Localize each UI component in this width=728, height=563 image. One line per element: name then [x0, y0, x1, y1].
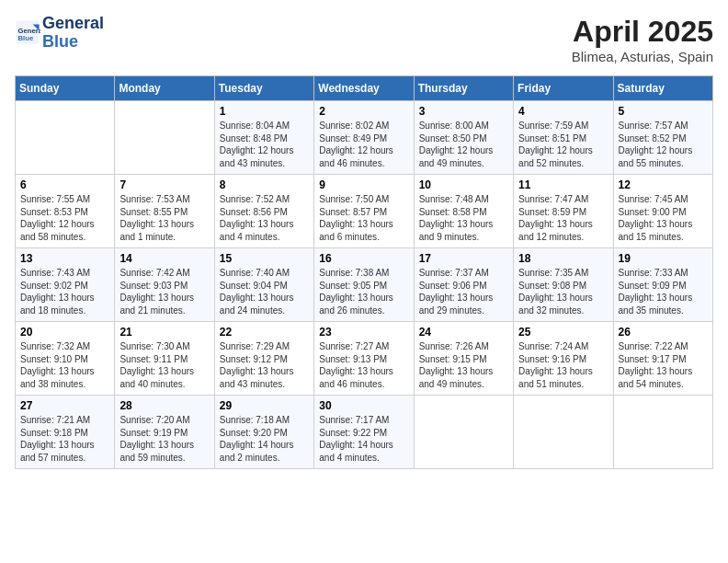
day-info: Sunrise: 7:55 AMSunset: 8:53 PMDaylight:…	[20, 193, 109, 243]
calendar-cell	[115, 101, 214, 175]
day-number: 18	[518, 252, 608, 265]
calendar-cell	[514, 396, 613, 469]
logo: General Blue General Blue	[15, 15, 104, 52]
day-number: 23	[319, 326, 408, 339]
day-number: 21	[119, 326, 209, 339]
day-number: 19	[619, 252, 708, 265]
day-info: Sunrise: 7:50 AMSunset: 8:57 PMDaylight:…	[319, 193, 408, 243]
day-info: Sunrise: 7:35 AMSunset: 9:08 PMDaylight:…	[518, 267, 608, 316]
calendar-cell: 3Sunrise: 8:00 AMSunset: 8:50 PMDaylight…	[414, 101, 513, 175]
calendar-cell: 18Sunrise: 7:35 AMSunset: 9:08 PMDayligh…	[514, 248, 613, 322]
calendar-cell: 9Sunrise: 7:50 AMSunset: 8:57 PMDaylight…	[314, 175, 414, 248]
calendar-cell: 20Sunrise: 7:32 AMSunset: 9:10 PMDayligh…	[16, 322, 115, 396]
day-number: 9	[319, 178, 408, 191]
calendar-cell: 15Sunrise: 7:40 AMSunset: 9:04 PMDayligh…	[214, 248, 313, 322]
day-info: Sunrise: 7:57 AMSunset: 8:52 PMDaylight:…	[619, 120, 708, 169]
calendar-cell	[613, 396, 712, 469]
calendar-cell: 30Sunrise: 7:17 AMSunset: 9:22 PMDayligh…	[314, 396, 414, 469]
logo-text: General Blue	[42, 15, 104, 52]
day-info: Sunrise: 7:22 AMSunset: 9:17 PMDaylight:…	[619, 340, 708, 390]
calendar-cell: 25Sunrise: 7:24 AMSunset: 9:16 PMDayligh…	[514, 322, 613, 396]
day-info: Sunrise: 7:53 AMSunset: 8:55 PMDaylight:…	[119, 193, 209, 243]
day-number: 20	[20, 326, 109, 339]
day-number: 13	[20, 252, 109, 265]
day-info: Sunrise: 8:02 AMSunset: 8:49 PMDaylight:…	[319, 120, 408, 169]
calendar-cell: 14Sunrise: 7:42 AMSunset: 9:03 PMDayligh…	[115, 248, 214, 322]
calendar-cell: 28Sunrise: 7:20 AMSunset: 9:19 PMDayligh…	[115, 396, 214, 469]
day-number: 24	[419, 326, 508, 339]
day-info: Sunrise: 7:45 AMSunset: 9:00 PMDaylight:…	[619, 193, 708, 243]
day-number: 8	[220, 178, 309, 191]
day-info: Sunrise: 7:37 AMSunset: 9:06 PMDaylight:…	[419, 267, 508, 316]
title-block: April 2025 Blimea, Asturias, Spain	[572, 15, 713, 64]
day-info: Sunrise: 7:29 AMSunset: 9:12 PMDaylight:…	[220, 340, 309, 390]
day-info: Sunrise: 7:18 AMSunset: 9:20 PMDaylight:…	[220, 414, 309, 464]
day-info: Sunrise: 7:27 AMSunset: 9:13 PMDaylight:…	[319, 340, 408, 390]
day-info: Sunrise: 7:24 AMSunset: 9:16 PMDaylight:…	[518, 340, 608, 390]
calendar-cell: 4Sunrise: 7:59 AMSunset: 8:51 PMDaylight…	[514, 101, 613, 175]
day-info: Sunrise: 7:21 AMSunset: 9:18 PMDaylight:…	[20, 414, 109, 464]
calendar-cell: 10Sunrise: 7:48 AMSunset: 8:58 PMDayligh…	[414, 175, 513, 248]
calendar-cell: 1Sunrise: 8:04 AMSunset: 8:48 PMDaylight…	[214, 101, 313, 175]
svg-text:Blue: Blue	[18, 34, 34, 42]
page-header: General Blue General Blue April 2025 Bli…	[15, 15, 713, 64]
weekday-header: Wednesday	[314, 76, 414, 101]
weekday-header: Saturday	[613, 76, 712, 101]
calendar-cell: 16Sunrise: 7:38 AMSunset: 9:05 PMDayligh…	[314, 248, 414, 322]
calendar-cell: 22Sunrise: 7:29 AMSunset: 9:12 PMDayligh…	[214, 322, 313, 396]
calendar-cell: 11Sunrise: 7:47 AMSunset: 8:59 PMDayligh…	[514, 175, 613, 248]
weekday-header: Friday	[514, 76, 613, 101]
day-number: 10	[419, 178, 508, 191]
day-number: 11	[518, 178, 608, 191]
day-number: 25	[518, 326, 608, 339]
calendar-week-row: 1Sunrise: 8:04 AMSunset: 8:48 PMDaylight…	[16, 101, 713, 175]
calendar-cell: 7Sunrise: 7:53 AMSunset: 8:55 PMDaylight…	[115, 175, 214, 248]
day-info: Sunrise: 7:48 AMSunset: 8:58 PMDaylight:…	[419, 193, 508, 243]
day-number: 28	[119, 399, 209, 412]
calendar-cell	[414, 396, 513, 469]
day-number: 3	[419, 105, 508, 118]
day-info: Sunrise: 7:26 AMSunset: 9:15 PMDaylight:…	[419, 340, 508, 390]
day-info: Sunrise: 7:30 AMSunset: 9:11 PMDaylight:…	[119, 340, 209, 390]
calendar-cell: 24Sunrise: 7:26 AMSunset: 9:15 PMDayligh…	[414, 322, 513, 396]
day-number: 15	[220, 252, 309, 265]
day-number: 4	[518, 105, 608, 118]
day-info: Sunrise: 7:33 AMSunset: 9:09 PMDaylight:…	[619, 267, 708, 316]
calendar-cell: 29Sunrise: 7:18 AMSunset: 9:20 PMDayligh…	[214, 396, 313, 469]
day-number: 6	[20, 178, 109, 191]
calendar-week-row: 27Sunrise: 7:21 AMSunset: 9:18 PMDayligh…	[16, 396, 713, 469]
day-info: Sunrise: 7:43 AMSunset: 9:02 PMDaylight:…	[20, 267, 109, 316]
month-title: April 2025	[572, 15, 713, 49]
day-number: 27	[20, 399, 109, 412]
day-info: Sunrise: 7:17 AMSunset: 9:22 PMDaylight:…	[319, 414, 408, 464]
calendar-cell: 13Sunrise: 7:43 AMSunset: 9:02 PMDayligh…	[16, 248, 115, 322]
day-number: 2	[319, 105, 408, 118]
weekday-header: Tuesday	[214, 76, 313, 101]
day-number: 26	[619, 326, 708, 339]
calendar-cell: 12Sunrise: 7:45 AMSunset: 9:00 PMDayligh…	[613, 175, 712, 248]
day-info: Sunrise: 7:38 AMSunset: 9:05 PMDaylight:…	[319, 267, 408, 316]
calendar-table: SundayMondayTuesdayWednesdayThursdayFrid…	[15, 75, 713, 469]
day-info: Sunrise: 7:52 AMSunset: 8:56 PMDaylight:…	[220, 193, 309, 243]
logo-icon: General Blue	[15, 19, 40, 45]
calendar-cell: 5Sunrise: 7:57 AMSunset: 8:52 PMDaylight…	[613, 101, 712, 175]
calendar-cell	[16, 101, 115, 175]
day-number: 17	[419, 252, 508, 265]
calendar-cell: 8Sunrise: 7:52 AMSunset: 8:56 PMDaylight…	[214, 175, 313, 248]
calendar-cell: 27Sunrise: 7:21 AMSunset: 9:18 PMDayligh…	[16, 396, 115, 469]
calendar-week-row: 6Sunrise: 7:55 AMSunset: 8:53 PMDaylight…	[16, 175, 713, 248]
day-info: Sunrise: 7:20 AMSunset: 9:19 PMDaylight:…	[119, 414, 209, 464]
day-info: Sunrise: 7:40 AMSunset: 9:04 PMDaylight:…	[220, 267, 309, 316]
day-number: 1	[220, 105, 309, 118]
calendar-cell: 6Sunrise: 7:55 AMSunset: 8:53 PMDaylight…	[16, 175, 115, 248]
location-title: Blimea, Asturias, Spain	[572, 49, 713, 64]
day-info: Sunrise: 7:47 AMSunset: 8:59 PMDaylight:…	[518, 193, 608, 243]
calendar-cell: 21Sunrise: 7:30 AMSunset: 9:11 PMDayligh…	[115, 322, 214, 396]
day-number: 30	[319, 399, 408, 412]
day-number: 12	[619, 178, 708, 191]
calendar-cell: 2Sunrise: 8:02 AMSunset: 8:49 PMDaylight…	[314, 101, 414, 175]
day-number: 5	[619, 105, 708, 118]
day-info: Sunrise: 8:00 AMSunset: 8:50 PMDaylight:…	[419, 120, 508, 169]
calendar-week-row: 13Sunrise: 7:43 AMSunset: 9:02 PMDayligh…	[16, 248, 713, 322]
day-number: 22	[220, 326, 309, 339]
